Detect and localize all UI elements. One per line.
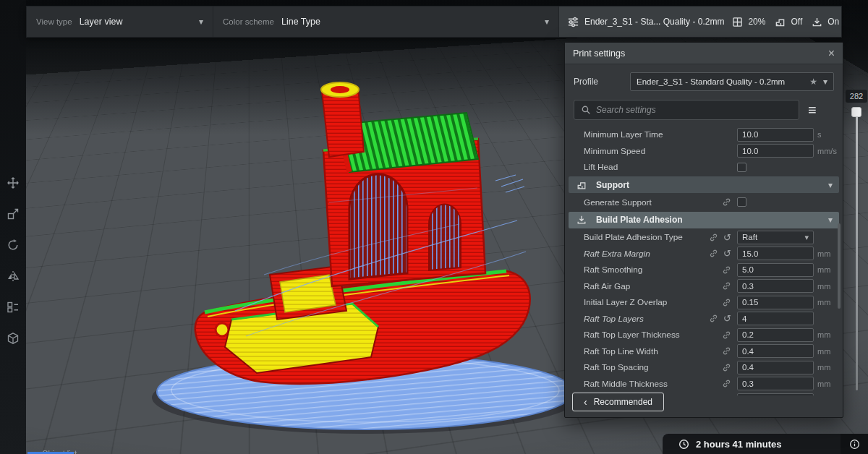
setting-row-generate-support[interactable]: Generate Support xyxy=(565,194,843,211)
print-time-info-button[interactable] xyxy=(841,434,868,454)
setting-value-input[interactable]: 0.15 xyxy=(737,296,814,309)
link-icon[interactable] xyxy=(722,379,731,388)
link-icon[interactable] xyxy=(722,346,731,356)
setting-unit: mm xyxy=(814,380,834,388)
scrollbar-thumb[interactable] xyxy=(838,223,841,309)
setting-row-raft-middle-thickness[interactable]: Raft Middle Thickness0.3mm xyxy=(565,376,843,393)
setting-value-input[interactable]: 10.0 xyxy=(737,128,814,142)
link-icon[interactable] xyxy=(722,265,731,275)
benchy-model[interactable] xyxy=(83,58,575,441)
setting-label: Minimum Speed xyxy=(584,146,698,156)
setting-value-input[interactable]: 0.4 xyxy=(737,344,814,358)
panel-footer: ‹ Recommended xyxy=(572,393,664,411)
link-icon[interactable] xyxy=(709,233,718,242)
link-icon[interactable] xyxy=(709,249,718,258)
profile-dropdown[interactable]: Ender_3_S1 - Standard Quality - 0.2mm ★ … xyxy=(630,72,834,91)
setting-row-initial-layer-z-overlap[interactable]: Initial Layer Z Overlap0.15mm xyxy=(565,294,843,311)
setting-row-raft-top-layer-thickness[interactable]: Raft Top Layer Thickness0.2mm xyxy=(565,327,843,343)
link-icon[interactable] xyxy=(709,314,718,323)
search-box[interactable] xyxy=(574,100,799,120)
setting-row-build-plate-adhesion-type[interactable]: Build Plate Adhesion Type↺Raft▾ xyxy=(565,229,843,246)
setting-row-minimum-speed[interactable]: Minimum Speed10.0mm/s xyxy=(565,143,843,160)
link-icon[interactable] xyxy=(722,330,731,340)
per-model-settings-button[interactable] xyxy=(2,295,24,320)
close-icon[interactable]: × xyxy=(828,48,835,59)
setting-value-input[interactable]: 4 xyxy=(737,312,814,325)
cura-application-window: Object list View type Layer view ▾ Color… xyxy=(0,0,868,454)
setting-checkbox[interactable] xyxy=(737,197,746,207)
setting-value-input[interactable]: 0.3 xyxy=(737,279,814,293)
setting-row-raft-smoothing[interactable]: Raft Smoothing5.0mm xyxy=(565,262,843,278)
move-tool-button[interactable] xyxy=(2,171,24,195)
setting-unit: mm/s xyxy=(814,147,834,155)
setting-value-input[interactable]: 15.0 xyxy=(737,247,814,260)
mesh-type-button[interactable] xyxy=(2,326,24,351)
setting-control: 0.3mm xyxy=(737,393,837,395)
category-support[interactable]: Support▾ xyxy=(569,176,839,193)
setting-unit: mm xyxy=(814,265,834,274)
setting-value-input[interactable]: 0.2 xyxy=(737,328,814,342)
setting-dropdown[interactable]: Raft▾ xyxy=(737,231,814,244)
setting-unit: mm xyxy=(814,347,834,356)
infill-value: 20% xyxy=(748,17,765,27)
setting-unit: mm xyxy=(814,363,834,372)
setting-value: 0.4 xyxy=(742,363,809,372)
setting-row-icons xyxy=(698,197,731,207)
setting-label: Raft Top Line Width xyxy=(584,346,698,356)
setting-control: 15.0mm xyxy=(737,247,837,260)
setting-value-input[interactable]: 5.0 xyxy=(737,263,814,277)
star-icon[interactable]: ★ xyxy=(809,77,817,87)
setting-checkbox[interactable] xyxy=(737,163,746,172)
link-icon[interactable] xyxy=(722,197,731,207)
adhesion-value: On xyxy=(827,17,839,27)
link-icon[interactable] xyxy=(722,363,731,372)
mirror-tool-button[interactable] xyxy=(2,264,24,288)
setting-value: 15.0 xyxy=(742,249,809,258)
category-label: Build Plate Adhesion xyxy=(596,215,683,225)
setting-value-input[interactable]: 0.3 xyxy=(737,377,814,390)
link-icon[interactable] xyxy=(722,298,731,307)
profile-label: Profile xyxy=(574,77,630,87)
setting-row-raft-extra-margin[interactable]: Raft Extra Margin↺15.0mm xyxy=(565,246,843,262)
link-icon[interactable] xyxy=(722,281,731,291)
revert-icon[interactable]: ↺ xyxy=(723,249,731,258)
revert-icon[interactable]: ↺ xyxy=(723,314,731,323)
setting-row-lift-head[interactable]: Lift Head xyxy=(565,159,843,176)
color-scheme-value: Line Type xyxy=(281,17,320,27)
chevron-left-icon: ‹ xyxy=(584,397,587,407)
setting-label: Raft Middle Thickness xyxy=(584,379,698,389)
view-type-value: Layer view xyxy=(80,17,123,27)
layer-slider-handle[interactable] xyxy=(851,107,861,117)
print-time-panel: 2 hours 41 minutes xyxy=(663,434,868,454)
setting-row-raft-top-spacing[interactable]: Raft Top Spacing0.4mm xyxy=(565,359,843,376)
setting-label: Raft Smoothing xyxy=(584,265,698,275)
profile-value: Ender_3_S1 - Standard Quality - 0.2mm xyxy=(637,77,805,86)
revert-icon[interactable]: ↺ xyxy=(723,233,731,242)
color-scheme-dropdown[interactable]: Color scheme Line Type ▾ xyxy=(213,7,559,37)
view-type-dropdown[interactable]: View type Layer view ▾ xyxy=(27,7,213,37)
setting-row-raft-air-gap[interactable]: Raft Air Gap0.3mm xyxy=(565,278,843,295)
setting-row-raft-top-layers[interactable]: Raft Top Layers↺4 xyxy=(565,311,843,327)
setting-row-minimum-layer-time[interactable]: Minimum Layer Time10.0s xyxy=(565,127,843,143)
print-settings-panel: Print settings × Profile Ender_3_S1 - St… xyxy=(564,42,843,418)
chevron-down-icon: ▾ xyxy=(199,17,203,27)
setting-label: Build Plate Adhesion Type xyxy=(584,232,698,242)
scale-tool-button[interactable] xyxy=(2,202,24,226)
chevron-down-icon: ▾ xyxy=(823,77,827,87)
search-input[interactable] xyxy=(596,105,792,115)
setting-label: Raft Air Gap xyxy=(584,281,698,291)
setting-label: Lift Head xyxy=(584,162,698,172)
print-settings-summary-button[interactable]: Ender_3_S1 - Sta... Quality - 0.2mm 20% … xyxy=(559,7,841,37)
layer-slider-track[interactable] xyxy=(856,108,858,390)
setting-value-input[interactable]: 10.0 xyxy=(737,144,814,158)
setting-value-input[interactable]: 0.4 xyxy=(737,361,814,374)
move-icon xyxy=(7,176,20,189)
setting-row-raft-top-line-width[interactable]: Raft Top Line Width0.4mm xyxy=(565,343,843,360)
category-build-plate-adhesion[interactable]: Build Plate Adhesion▾ xyxy=(569,212,839,228)
setting-row-icons xyxy=(698,379,731,388)
setting-value-input[interactable]: 0.3 xyxy=(737,393,814,395)
clock-icon xyxy=(678,439,689,450)
recommended-button[interactable]: ‹ Recommended xyxy=(572,393,664,411)
settings-menu-icon[interactable]: ≡ xyxy=(808,103,817,117)
rotate-tool-button[interactable] xyxy=(2,233,24,257)
